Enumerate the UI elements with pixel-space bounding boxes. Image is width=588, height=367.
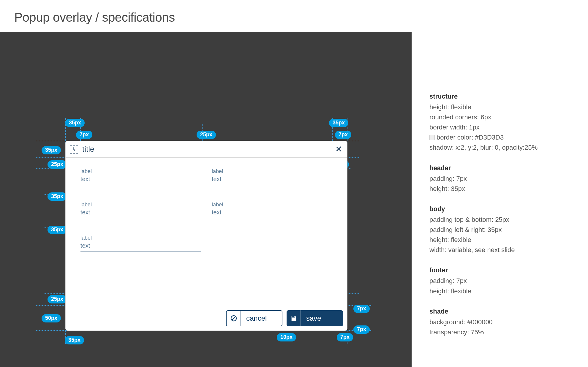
measure-pill: 25px: [48, 295, 67, 303]
measure-pill: 25px: [48, 160, 67, 169]
cancel-label: cancel: [246, 314, 267, 322]
measure-pill: 7px: [353, 325, 370, 334]
spec-line: width: variable, see next slide: [429, 245, 570, 255]
spec-heading: shade: [429, 306, 570, 317]
spec-structure: structure height: flexible rounded corne…: [429, 91, 570, 153]
measure-pill: 7px: [337, 333, 353, 341]
popup-body: label text label text label text: [66, 158, 347, 306]
spec-header: header padding: 7px height: 35px: [429, 163, 570, 194]
field-label: label: [80, 235, 201, 241]
spec-line: padding left & right: 35px: [429, 225, 570, 235]
spec-heading: body: [429, 204, 570, 214]
save-button[interactable]: save: [287, 310, 343, 326]
spec-canvas: 35px 35px 7px 7px 25px 35px 25px 20px 15…: [0, 32, 412, 367]
measure-pill: 35px: [48, 192, 67, 201]
field-text: text: [80, 176, 201, 183]
close-icon[interactable]: ✕: [335, 145, 343, 154]
spec-line: height: flexible: [429, 235, 570, 245]
measure-pill: 7px: [353, 305, 370, 313]
popup-header: ↳ title ✕: [66, 141, 347, 158]
spec-footer: footer padding: 7px height: flexible: [429, 265, 570, 296]
svg-rect-2: [292, 316, 295, 318]
spec-heading: footer: [429, 265, 570, 275]
form-field[interactable]: label text: [80, 168, 201, 185]
spec-heading: header: [429, 163, 570, 173]
spec-sidebar: structure height: flexible rounded corne…: [412, 32, 588, 367]
spec-line: background: #000000: [429, 317, 570, 327]
popup-title: title: [82, 145, 335, 154]
spec-line: padding top & bottom: 25px: [429, 215, 570, 225]
measure-pill: 25px: [197, 131, 216, 139]
field-label: label: [212, 168, 332, 175]
popup-footer: cancel save: [66, 306, 347, 330]
save-label: save: [306, 314, 321, 322]
spec-line: height: flexible: [429, 102, 570, 112]
spec-line: border width: 1px: [429, 122, 570, 132]
color-swatch: [429, 135, 435, 140]
measure-pill: 35px: [65, 119, 85, 127]
spec-line: rounded corners: 6px: [429, 112, 570, 122]
page-title: Popup overlay / specifications: [14, 10, 574, 25]
form-field[interactable]: label text: [212, 202, 332, 218]
measure-pill: 35px: [329, 119, 348, 127]
svg-line-1: [232, 317, 235, 320]
field-label: label: [212, 202, 332, 208]
spec-line: padding: 7px: [429, 276, 570, 286]
spec-shade: shade background: #000000 transparency: …: [429, 306, 570, 337]
cancel-icon: [227, 311, 241, 326]
field-label: label: [80, 168, 201, 175]
field-label: label: [80, 202, 201, 208]
form-field[interactable]: label text: [80, 202, 201, 218]
field-text: text: [80, 242, 201, 249]
measure-pill: 7px: [76, 131, 92, 139]
svg-rect-3: [294, 316, 294, 317]
spec-line: transparency: 75%: [429, 327, 570, 337]
cancel-button[interactable]: cancel: [226, 310, 282, 326]
spec-line: shadow: x:2, y:2, blur: 0, opacity:25%: [429, 143, 570, 153]
form-field[interactable]: label text: [80, 235, 201, 251]
spec-line: border color: #D3D3D3: [429, 132, 570, 143]
field-text: text: [212, 176, 332, 183]
measure-pill: 35px: [65, 336, 84, 344]
measure-pill: 7px: [335, 131, 351, 139]
form-field[interactable]: label text: [212, 168, 332, 185]
measure-pill: 10px: [277, 333, 296, 341]
field-text: text: [80, 209, 201, 216]
spec-line: height: flexible: [429, 286, 570, 296]
spec-heading: structure: [429, 91, 570, 102]
save-icon: [287, 310, 301, 326]
page-header: Popup overlay / specifications: [0, 0, 588, 32]
field-text: text: [212, 209, 332, 216]
popup-icon: ↳: [70, 145, 78, 154]
measure-pill: 35px: [48, 226, 67, 234]
spec-line: height: 35px: [429, 184, 570, 194]
measure-pill: 35px: [42, 146, 61, 154]
spec-body: body padding top & bottom: 25px padding …: [429, 204, 570, 255]
spec-line: padding: 7px: [429, 174, 570, 184]
measure-pill: 50px: [42, 314, 61, 322]
popup: ↳ title ✕ label text label text: [65, 141, 347, 331]
